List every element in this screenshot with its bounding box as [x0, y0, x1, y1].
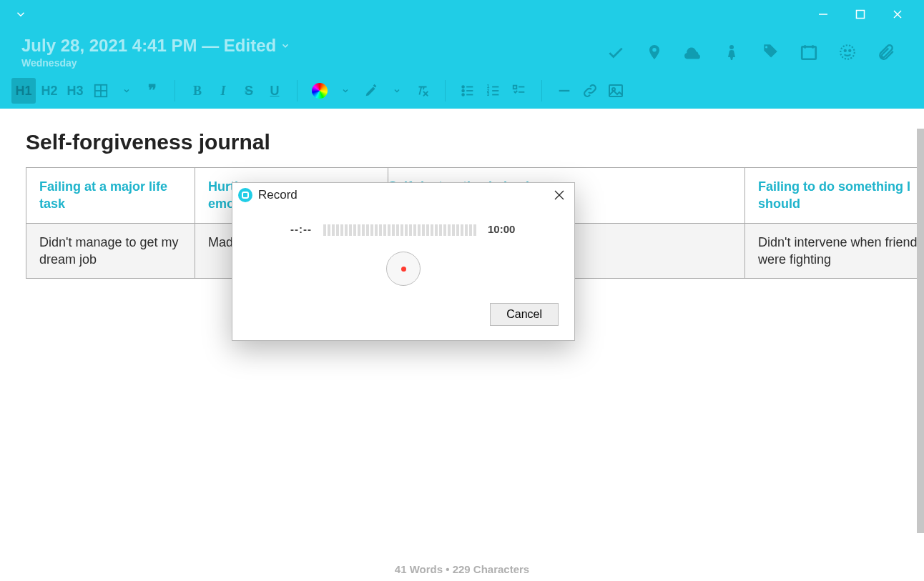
table-button[interactable] — [89, 78, 113, 104]
format-toolbar: H1 H2 H3 ❞ B I S U 123 — [0, 73, 924, 109]
heading2-button[interactable]: H2 — [37, 78, 62, 104]
text-color-dropdown-icon[interactable] — [333, 78, 358, 104]
record-dot-icon — [401, 267, 406, 272]
window-minimize-button[interactable] — [815, 6, 831, 22]
svg-point-17 — [462, 90, 464, 92]
record-dialog: Record --:-- 10:00 Cancel — [232, 182, 575, 341]
text-color-button[interactable] — [308, 78, 332, 104]
tag-icon[interactable] — [761, 43, 780, 61]
table-dropdown-icon[interactable] — [114, 78, 139, 104]
heading1-button[interactable]: H1 — [11, 78, 36, 104]
window-titlebar — [0, 0, 924, 29]
attachment-icon[interactable] — [877, 43, 895, 61]
person-icon[interactable] — [722, 43, 741, 61]
checklist-button[interactable] — [507, 78, 531, 104]
svg-text:3: 3 — [487, 91, 490, 96]
svg-point-18 — [462, 94, 464, 96]
entry-day-label: Wednesday — [21, 56, 290, 69]
toolbar-separator — [175, 80, 175, 101]
entry-header: July 28, 2021 4:41 PM — Edited Wednesday — [0, 29, 924, 73]
app-logo-icon — [238, 188, 252, 202]
svg-rect-32 — [609, 85, 622, 96]
menu-dropdown-icon[interactable] — [13, 6, 29, 22]
record-total-label: 10:00 — [488, 223, 524, 235]
weather-icon[interactable] — [684, 43, 702, 61]
chevron-down-icon — [280, 41, 290, 51]
location-icon[interactable] — [645, 43, 664, 61]
entry-meta-toolbar — [606, 43, 903, 61]
window-maximize-button[interactable] — [852, 6, 868, 22]
entry-date-button[interactable]: July 28, 2021 4:41 PM — Edited — [21, 36, 290, 56]
window-close-button[interactable] — [890, 6, 905, 22]
entry-date-text: July 28, 2021 4:41 PM — Edited — [21, 36, 276, 56]
strikethrough-button[interactable]: S — [237, 78, 261, 104]
bullet-list-button[interactable] — [456, 78, 480, 104]
horizontal-rule-button[interactable] — [552, 78, 576, 104]
svg-point-16 — [462, 86, 464, 88]
blockquote-button[interactable]: ❞ — [140, 78, 164, 104]
highlight-button[interactable] — [359, 78, 383, 104]
numbered-list-button[interactable]: 123 — [481, 78, 506, 104]
page-title: Self-forgiveness journal — [26, 130, 898, 154]
table-cell[interactable]: Didn't manage to get my dream job — [26, 223, 195, 279]
heading3-button[interactable]: H3 — [63, 78, 87, 104]
mood-icon[interactable] — [838, 43, 857, 61]
scrollbar-thumb[interactable] — [917, 129, 924, 533]
done-icon[interactable] — [606, 43, 625, 61]
editor-content[interactable]: Self-forgiveness journal Failing at a ma… — [0, 109, 924, 575]
svg-point-9 — [845, 50, 846, 51]
record-waveform — [323, 222, 476, 236]
toolbar-separator — [541, 80, 542, 101]
table-header-cell[interactable]: Failing at a major life task — [26, 168, 195, 224]
record-button[interactable] — [386, 252, 421, 286]
image-button[interactable] — [604, 78, 628, 104]
cancel-button[interactable]: Cancel — [490, 303, 559, 326]
word-count-label: 41 Words • 229 Characters — [395, 563, 529, 575]
svg-rect-5 — [802, 46, 816, 59]
record-elapsed-label: --:-- — [283, 223, 312, 235]
table-cell[interactable]: Didn't intervene when friends were fight… — [745, 223, 925, 279]
dialog-title: Record — [258, 188, 298, 202]
toolbar-separator — [297, 80, 298, 101]
calendar-icon[interactable] — [800, 43, 818, 61]
italic-button[interactable]: I — [211, 78, 235, 104]
bold-button[interactable]: B — [185, 78, 210, 104]
status-bar: 41 Words • 229 Characters — [0, 563, 924, 575]
svg-point-4 — [729, 45, 734, 49]
highlight-dropdown-icon[interactable] — [385, 78, 409, 104]
color-wheel-icon — [312, 83, 328, 99]
svg-point-10 — [849, 50, 850, 51]
svg-rect-1 — [857, 11, 865, 19]
svg-rect-28 — [513, 86, 517, 89]
clear-format-button[interactable] — [411, 78, 435, 104]
toolbar-separator — [445, 80, 446, 101]
dialog-close-button[interactable] — [551, 187, 567, 203]
table-header-cell[interactable]: Failing to do something I should — [745, 168, 925, 224]
svg-point-8 — [840, 45, 855, 59]
link-button[interactable] — [578, 78, 602, 104]
underline-button[interactable]: U — [262, 78, 287, 104]
